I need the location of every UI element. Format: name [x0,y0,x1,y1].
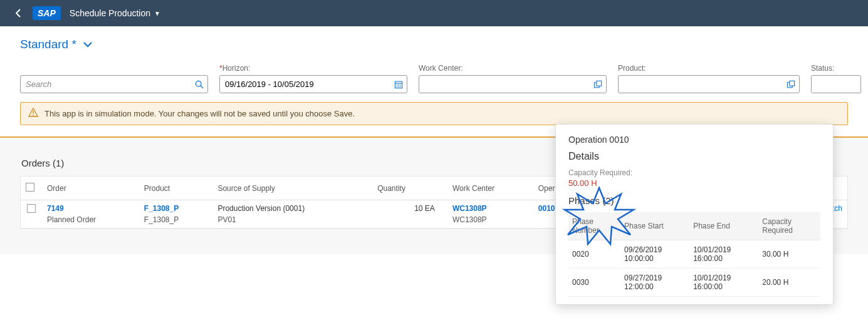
message-strip: This app is in simulation mode. Your cha… [20,102,848,125]
search-icon[interactable] [192,80,207,89]
status-label: Status: [811,64,861,73]
ph-col-cap: Capacity Required [758,212,820,240]
product-link[interactable]: F_1308_P [144,204,179,213]
svg-point-4 [397,85,398,86]
order-link[interactable]: 7149 [47,204,64,213]
popover-title: Operation 0010 [568,135,820,145]
phases-table: Phase Number Phase Start Phase End Capac… [568,212,820,254]
workcenter-desc: WC1308P [452,215,528,224]
col-workcenter: Work Center [447,177,533,200]
app-title-text: Schedule Production [70,8,150,18]
workcenter-link[interactable]: WC1308P [452,204,487,213]
col-quantity: Quantity [372,177,447,200]
variant-selector[interactable]: Standard * [20,38,848,51]
chevron-down-icon [83,41,93,48]
message-text: This app is in simulation mode. Your cha… [44,109,355,118]
svg-point-7 [397,86,398,87]
value-help-icon[interactable] [590,80,606,89]
svg-point-6 [400,85,401,86]
phase-row: 0020 09/26/2019 10:00:00 10/01/2019 16:0… [568,240,820,255]
warning-icon [28,108,38,120]
value-help-icon[interactable] [783,80,799,89]
calendar-icon[interactable] [391,80,407,89]
col-source: Source of Supply [212,177,372,200]
row-checkbox[interactable] [27,204,36,213]
variant-bar: Standard * [0,26,868,56]
select-all-checkbox[interactable] [26,183,34,192]
search-group [20,64,208,93]
svg-rect-11 [597,81,602,86]
horizon-input[interactable] [220,76,391,93]
product-group: Product: [618,64,800,93]
product-input[interactable] [619,76,783,93]
source-main: Production Version (0001) [217,204,305,213]
product-field-wrap [618,75,800,93]
product-label: Product: [618,64,800,73]
app-title-menu[interactable]: Schedule Production ▼ [70,8,160,18]
phases-title: Phases (2) [568,195,820,206]
capacity-label: Capacity Required: [568,168,820,177]
svg-point-5 [398,85,399,86]
ph-col-start: Phase Start [620,212,689,240]
back-button[interactable] [8,3,29,24]
status-group: Status: [811,64,861,93]
svg-rect-13 [790,81,795,86]
svg-point-9 [400,86,401,87]
filter-bar: *Horizon: Work Center: Product: Status: [0,56,868,100]
shell-header: SAP Schedule Production ▼ [0,0,868,26]
status-input[interactable] [812,76,860,93]
ph-col-num: Phase Number [568,212,620,240]
search-input[interactable] [21,76,192,93]
horizon-field-wrap [219,75,407,93]
svg-point-0 [196,81,202,86]
workcenter-field-wrap [419,75,607,93]
sap-logo: SAP [33,6,61,20]
svg-point-15 [33,115,34,116]
workcenter-label: Work Center: [419,64,607,73]
horizon-label: *Horizon: [219,64,407,73]
horizon-group: *Horizon: [219,64,407,93]
workcenter-group: Work Center: [419,64,607,93]
status-field-wrap [811,75,861,93]
quantity-cell: 10 EA [372,200,447,228]
source-sub: PV01 [217,215,367,224]
caret-down-icon: ▼ [154,10,160,17]
workcenter-input[interactable] [419,76,590,93]
operation-popover: Operation 0010 Details Capacity Required… [555,124,834,254]
chevron-left-icon [14,8,22,18]
capacity-value: 50.00 H [568,178,820,188]
svg-line-1 [201,86,203,88]
order-type: Planned Order [47,215,134,224]
col-order: Order [42,177,139,200]
variant-label: Standard * [20,38,76,51]
ph-col-end: Phase End [689,212,758,240]
svg-point-8 [398,86,399,87]
search-field-wrap [20,75,208,93]
product-desc: F_1308_P [144,215,208,224]
popover-subtitle: Details [568,151,820,162]
operation-link[interactable]: 0010 [538,204,555,213]
col-product: Product [139,177,213,200]
